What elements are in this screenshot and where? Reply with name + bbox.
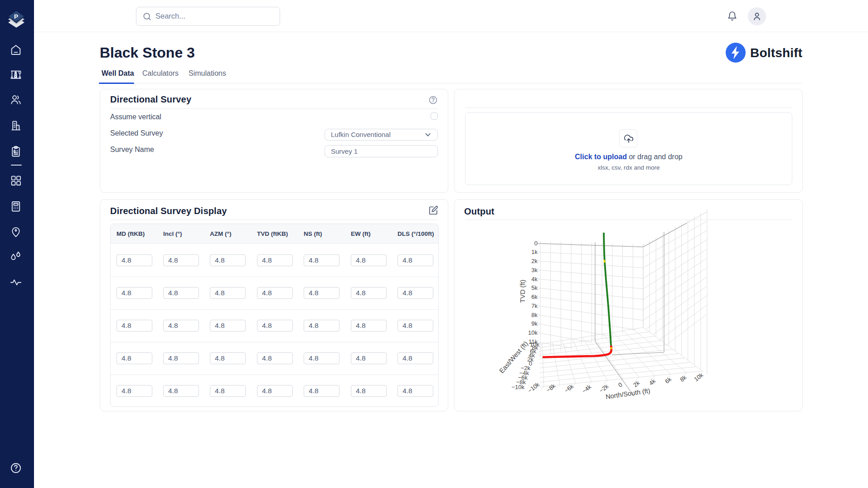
svg-text:2k: 2k <box>632 379 641 389</box>
svg-text:8k: 8k <box>531 312 538 318</box>
svg-text:4k: 4k <box>531 276 538 283</box>
svg-text:8k: 8k <box>679 374 688 383</box>
svg-text:3k: 3k <box>531 267 538 273</box>
svg-text:5k: 5k <box>531 284 538 291</box>
svg-text:−10k: −10k <box>511 384 524 390</box>
svg-text:7k: 7k <box>531 303 538 309</box>
svg-text:0: 0 <box>534 240 538 247</box>
svg-text:North/South (ft): North/South (ft) <box>605 387 650 400</box>
svg-text:−8k: −8k <box>545 382 557 394</box>
svg-text:6k: 6k <box>664 376 673 385</box>
svg-text:0: 0 <box>617 381 624 388</box>
svg-text:6k: 6k <box>531 293 538 300</box>
svg-text:P: P <box>14 13 18 20</box>
svg-text:10k: 10k <box>528 329 538 336</box>
svg-text:1k: 1k <box>531 249 538 255</box>
svg-text:−4k: −4k <box>581 383 592 395</box>
svg-text:TVD (ft): TVD (ft) <box>519 280 526 303</box>
svg-text:10k: 10k <box>693 371 704 383</box>
svg-text:4k: 4k <box>648 377 657 387</box>
svg-text:2k: 2k <box>531 258 538 264</box>
svg-text:−10k: −10k <box>526 381 541 394</box>
svg-text:9k: 9k <box>531 320 538 327</box>
